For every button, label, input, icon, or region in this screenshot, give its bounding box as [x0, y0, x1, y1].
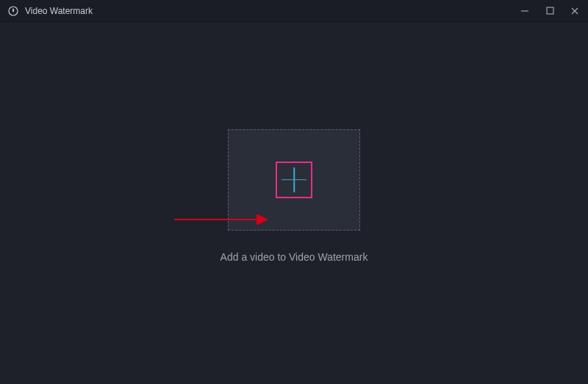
- close-button[interactable]: [569, 5, 581, 17]
- window-controls: [519, 5, 581, 17]
- help-text: Add a video to Video Watermark: [220, 251, 368, 263]
- titlebar-left: Video Watermark: [7, 5, 93, 17]
- video-dropzone[interactable]: [228, 129, 360, 231]
- app-title: Video Watermark: [25, 6, 93, 16]
- main-area: Add a video to Video Watermark: [0, 22, 588, 384]
- plus-icon: [282, 167, 306, 192]
- maximize-button[interactable]: [544, 5, 556, 17]
- app-logo-icon: [7, 5, 19, 17]
- minimize-button[interactable]: [519, 5, 531, 17]
- add-video-button[interactable]: [276, 162, 312, 198]
- titlebar: Video Watermark: [0, 0, 588, 22]
- svg-rect-2: [547, 7, 553, 14]
